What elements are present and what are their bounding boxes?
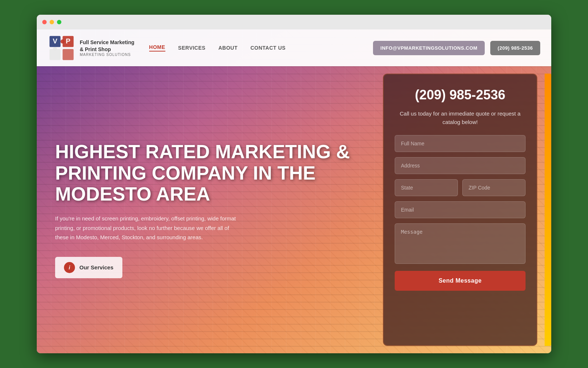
state-input[interactable] <box>395 179 458 196</box>
svg-rect-6 <box>62 49 74 60</box>
logo-text: Full Service Marketing& Print Shop MARKE… <box>80 39 135 56</box>
svg-text:P: P <box>66 37 71 45</box>
svg-rect-7 <box>53 47 57 51</box>
message-input[interactable] <box>395 223 526 264</box>
services-button[interactable]: i Our Services <box>55 257 122 278</box>
services-label: Our Services <box>79 264 114 270</box>
logo-area: V P Full Service Marketing& Print Shop M… <box>48 34 135 62</box>
email-button[interactable]: INFO@VPMARKETINGSOLUTIONS.COM <box>373 41 485 55</box>
company-name: Full Service Marketing& Print Shop <box>80 39 135 52</box>
browser-chrome <box>37 15 551 29</box>
browser-body: V P Full Service Marketing& Print Shop M… <box>37 29 551 353</box>
hero-content: HIGHEST RATED MARKETING & PRINTING COMPA… <box>37 66 551 353</box>
browser-dot-yellow[interactable] <box>50 20 54 24</box>
browser-dot-green[interactable] <box>57 20 61 24</box>
nav-links: HOME SERVICES ABOUT CONTACT US <box>149 44 373 52</box>
browser-dot-red[interactable] <box>42 20 47 24</box>
navbar: V P Full Service Marketing& Print Shop M… <box>37 29 551 66</box>
browser-window: V P Full Service Marketing& Print Shop M… <box>37 15 551 353</box>
svg-rect-4 <box>61 39 65 43</box>
company-sub: MARKETING SOLUTIONS <box>80 53 135 57</box>
full-name-input[interactable] <box>395 135 526 152</box>
state-zip-row <box>395 179 526 196</box>
email-input[interactable] <box>395 201 526 218</box>
hero-left: HIGHEST RATED MARKETING & PRINTING COMPA… <box>37 66 383 353</box>
zip-input[interactable] <box>462 179 526 196</box>
nav-home[interactable]: HOME <box>149 44 165 52</box>
nav-contact[interactable]: CONTACT US <box>250 45 286 51</box>
contact-tagline: Call us today for an immediate quote or … <box>395 110 526 126</box>
send-button[interactable]: Send Message <box>395 271 526 291</box>
contact-panel: (209) 985-2536 Call us today for an imme… <box>383 74 537 346</box>
nav-about[interactable]: ABOUT <box>218 45 237 51</box>
svg-text:V: V <box>53 37 57 45</box>
nav-services[interactable]: SERVICES <box>178 45 206 51</box>
nav-actions: INFO@VPMARKETINGSOLUTIONS.COM (209) 985-… <box>373 41 540 55</box>
logo-icon: V P <box>48 34 75 62</box>
contact-phone: (209) 985-2536 <box>395 87 526 103</box>
phone-button[interactable]: (209) 985-2536 <box>490 41 540 55</box>
services-icon: i <box>64 262 75 273</box>
right-accent <box>545 74 551 346</box>
hero-title: HIGHEST RATED MARKETING & PRINTING COMPA… <box>55 141 365 205</box>
address-input[interactable] <box>395 157 526 174</box>
hero-description: If you're in need of screen printing, em… <box>55 214 239 242</box>
